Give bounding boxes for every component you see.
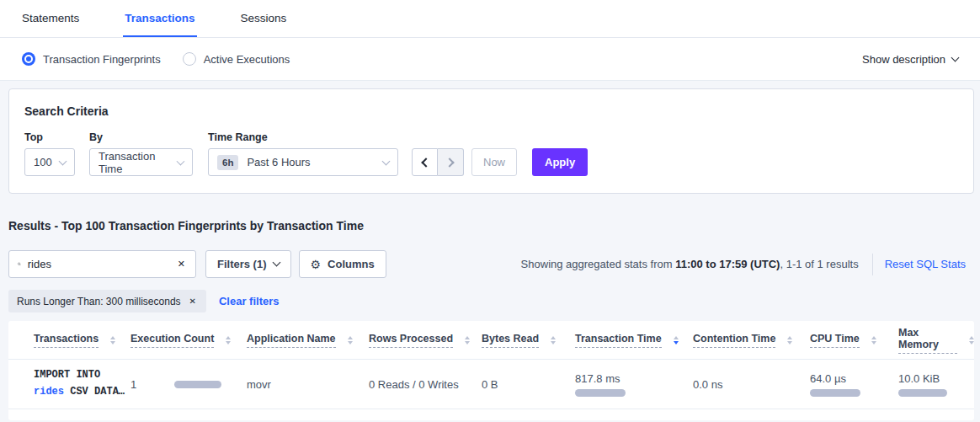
tab-sessions[interactable]: Sessions [239,0,289,37]
radio-label: Active Executions [204,53,290,66]
sort-icon[interactable] [871,336,876,345]
application-name-cell: movr [247,378,369,391]
time-range-value: Past 6 Hours [247,156,310,168]
chevron-right-icon [445,158,454,167]
clear-search-icon[interactable]: ✕ [176,257,187,271]
search-criteria-title: Search Criteria [24,104,958,118]
bytes-read-value: 0 B [482,378,498,391]
column-header-max-memory[interactable]: Max Memory [898,327,974,354]
bytes-read-cell: 0 B [482,378,575,391]
sort-icon[interactable] [348,336,353,345]
sort-icon[interactable] [787,336,792,345]
aggregated-stats-text: Showing aggregated stats from 11:00 to 1… [521,258,859,270]
apply-button[interactable]: Apply [532,148,588,176]
time-range-badge: 6h [217,155,238,170]
by-value: Transaction Time [99,150,178,175]
results-table: Transactions Execution Count Application… [8,321,974,420]
now-button[interactable]: Now [471,148,517,176]
column-header-contention-time[interactable]: Contention Time [693,333,810,348]
transaction-time-bar [575,389,626,397]
search-icon [18,259,21,270]
execution-count-cell: 1 [130,378,247,391]
tab-statements[interactable]: Statements [20,0,81,37]
reset-sql-stats-link[interactable]: Reset SQL Stats [885,258,966,270]
top-select[interactable]: 100 [24,148,75,176]
max-memory-value: 10.0 KiB [898,372,940,385]
divider [872,254,873,275]
sort-icon[interactable] [110,336,115,345]
radio-label: Transaction Fingerprints [43,53,161,66]
contention-time-value: 0.0 ns [693,378,722,391]
time-range-label: Time Range [208,131,398,143]
top-value: 100 [34,156,52,168]
tab-transactions[interactable]: Transactions [123,0,196,37]
sort-icon[interactable] [969,336,974,345]
results-heading: Results - Top 100 Transaction Fingerprin… [8,219,980,232]
sort-icon[interactable] [551,336,556,345]
columns-label: Columns [328,258,375,270]
transaction-time-cell: 817.8 ms [575,372,693,397]
chevron-down-icon [951,54,960,62]
radio-selected-icon [22,52,35,66]
search-criteria-panel: Search Criteria Top 100 By Transaction T… [8,88,974,194]
top-field: Top 100 [24,131,75,176]
table-row: IMPORT INTO rides CSV DATA… 1 movr 0 Rea… [8,360,974,409]
next-time-button[interactable] [438,148,464,176]
transaction-fingerprint-link[interactable]: IMPORT INTO rides CSV DATA… [34,367,130,401]
column-header-execution-count[interactable]: Execution Count [130,333,247,348]
rows-processed-cell: 0 Reads / 0 Writes [369,378,482,391]
sort-icon-active-desc[interactable] [674,336,679,345]
column-header-cpu-time[interactable]: CPU Time [810,333,898,348]
search-input[interactable] [28,258,176,270]
highlighted-match: rides [34,386,64,398]
top-label: Top [24,131,75,143]
filters-button[interactable]: Filters (1) [205,250,291,278]
radio-transaction-fingerprints[interactable]: Transaction Fingerprints [22,52,161,66]
top-tab-bar: Statements Transactions Sessions [0,0,980,38]
show-description-label: Show description [862,53,945,66]
max-memory-cell: 10.0 KiB [898,372,974,397]
column-header-bytes-read[interactable]: Bytes Read [482,333,575,348]
time-range-field: Time Range 6h Past 6 Hours [208,131,398,176]
execution-count-bar [174,381,221,388]
filter-chip: Runs Longer Than: 300 milliseconds ✕ [8,290,206,312]
max-memory-bar [898,389,947,397]
filter-chip-label: Runs Longer Than: 300 milliseconds [17,296,181,307]
transaction-time-value: 817.8 ms [575,372,620,385]
sort-icon[interactable] [465,336,470,345]
by-field: By Transaction Time [89,131,193,176]
radio-active-executions[interactable]: Active Executions [183,52,290,66]
time-nav-group [412,148,464,176]
remove-filter-icon[interactable]: ✕ [188,295,198,307]
time-range-select[interactable]: 6h Past 6 Hours [208,148,398,176]
chevron-down-icon [382,157,391,165]
previous-time-button[interactable] [412,148,438,176]
radio-unselected-icon [183,52,196,66]
filters-label: Filters (1) [217,258,267,270]
transactions-page: Statements Transactions Sessions Transac… [0,0,980,422]
by-select[interactable]: Transaction Time [89,148,193,176]
show-description-toggle[interactable]: Show description [862,53,958,66]
columns-button[interactable]: ⚙ Columns [299,250,386,278]
active-filters-row: Runs Longer Than: 300 milliseconds ✕ Cle… [8,290,980,312]
execution-count-value: 1 [130,378,136,391]
cpu-time-value: 64.0 µs [810,372,846,385]
gear-icon: ⚙ [311,258,322,271]
by-label: By [89,131,193,143]
column-header-transactions[interactable]: Transactions [34,333,130,348]
cpu-time-cell: 64.0 µs [810,372,898,397]
contention-time-cell: 0.0 ns [693,378,810,391]
search-box[interactable]: ✕ [8,250,196,278]
column-header-transaction-time[interactable]: Transaction Time [575,333,693,348]
results-toolbar: ✕ Filters (1) ⚙ Columns Showing aggregat… [8,250,974,278]
column-header-application-name[interactable]: Application Name [247,333,369,348]
clear-filters-link[interactable]: Clear filters [219,295,280,307]
chevron-down-icon [59,157,67,165]
chevron-down-icon [272,259,280,267]
chevron-left-icon [421,158,430,167]
view-toggle-bar: Transaction Fingerprints Active Executio… [0,38,980,81]
column-header-rows-processed[interactable]: Rows Processed [369,333,482,348]
sort-icon[interactable] [226,336,231,345]
table-header-row: Transactions Execution Count Application… [8,321,974,360]
cpu-time-bar [810,389,860,397]
